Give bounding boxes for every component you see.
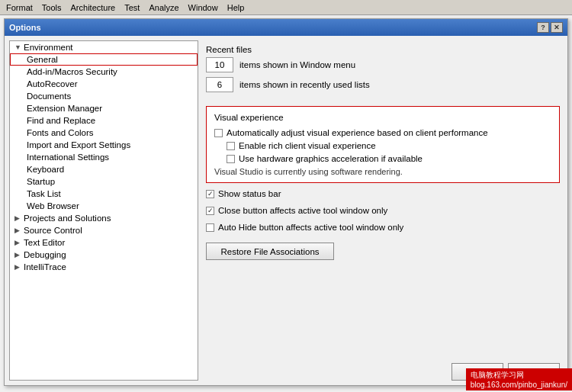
- help-button[interactable]: ?: [537, 22, 549, 33]
- checkbox-statusbar-label: Show status bar: [218, 189, 281, 198]
- dialog-title: Options: [9, 23, 41, 32]
- dialog-titlebar: Options ? ✕: [5, 19, 567, 36]
- menu-help[interactable]: Help: [223, 2, 249, 14]
- options-dialog: Options ? ✕ ▼ Environment General Add-in…: [4, 18, 568, 386]
- tree-importexport[interactable]: Import and Export Settings: [10, 139, 198, 151]
- tree-keyboard[interactable]: Keyboard: [10, 163, 198, 175]
- tree-documents-label: Documents: [27, 92, 71, 101]
- recently-used-count[interactable]: [206, 77, 233, 92]
- checkbox-statusbar[interactable]: [206, 190, 214, 198]
- visual-experience-title: Visual experience: [214, 113, 551, 122]
- tree-tasklist-label: Task List: [27, 189, 61, 198]
- checkbox-row-auto: Automatically adjust visual experience b…: [214, 128, 551, 137]
- close-button[interactable]: ✕: [551, 22, 563, 33]
- checkbox-auto[interactable]: [214, 129, 223, 137]
- tree-importexport-label: Import and Export Settings: [27, 140, 130, 149]
- tree-addin-label: Add-in/Macros Security: [27, 67, 117, 76]
- right-panel: Recent files items shown in Window menu …: [203, 40, 563, 381]
- tree-international[interactable]: International Settings: [10, 151, 198, 163]
- dialog-content: ▼ Environment General Add-in/Macros Secu…: [5, 36, 567, 385]
- restore-btn-label: Restore File Associations: [220, 247, 319, 256]
- rendering-note: Visual Studio is currently using softwar…: [214, 167, 551, 176]
- tree-findreplace[interactable]: Find and Replace: [10, 114, 198, 127]
- checkbox-closebtn-label: Close button affects active tool window …: [218, 206, 387, 215]
- tree-texteditor-label: Text Editor: [24, 238, 65, 247]
- checkbox-rich[interactable]: [227, 142, 235, 150]
- tree-general[interactable]: General: [10, 53, 198, 66]
- expand-icon-intellitrace: ▶: [14, 263, 22, 271]
- tree-projects-label: Projects and Solutions: [24, 214, 111, 223]
- tree-keyboard-label: Keyboard: [27, 165, 64, 174]
- tree-extension-label: Extension Manager: [27, 104, 102, 113]
- menu-window[interactable]: Window: [184, 2, 223, 14]
- watermark: 电脑教程学习网 blog.163.com/pinbo_jiankun/: [466, 368, 572, 390]
- tree-startup[interactable]: Startup: [10, 175, 198, 188]
- menu-test[interactable]: Test: [120, 2, 144, 14]
- checkbox-hardware-label: Use hardware graphics acceleration if av…: [239, 154, 423, 163]
- watermark-line2: blog.163.com/pinbo_jiankun/: [471, 381, 567, 389]
- expand-icon-text: ▶: [14, 239, 22, 246]
- tree-findreplace-label: Find and Replace: [27, 116, 95, 125]
- row2-label: items shown in recently used lists: [239, 80, 370, 89]
- menu-analyze[interactable]: Analyze: [144, 2, 183, 14]
- tree-intellitrace[interactable]: ▶ IntelliTrace: [10, 261, 198, 273]
- recent-files-section: Recent files items shown in Window menu …: [206, 42, 560, 100]
- menu-tools[interactable]: Tools: [37, 2, 66, 14]
- recent-files-row2: items shown in recently used lists: [206, 77, 560, 92]
- checkbox-hardware[interactable]: [227, 155, 235, 163]
- expand-icon-source: ▶: [14, 227, 22, 234]
- visual-experience-box: Visual experience Automatically adjust v…: [206, 106, 560, 183]
- tree-autorecover[interactable]: AutoRecover: [10, 78, 198, 90]
- checkbox-autohide-label: Auto Hide button affects active tool win…: [218, 223, 403, 232]
- tree-debugging[interactable]: ▶ Debugging: [10, 249, 198, 261]
- tree-texteditor[interactable]: ▶ Text Editor: [10, 236, 198, 249]
- checkbox-row-closebtn: Close button affects active tool window …: [206, 206, 560, 215]
- tree-startup-label: Startup: [27, 177, 55, 186]
- recent-files-row1: items shown in Window menu: [206, 57, 560, 72]
- tree-environment-label: Environment: [24, 43, 73, 52]
- tree-debugging-label: Debugging: [24, 250, 66, 259]
- tree-panel: ▼ Environment General Add-in/Macros Secu…: [9, 40, 198, 381]
- checkbox-closebtn[interactable]: [206, 207, 214, 215]
- checkbox-row-rich: Enable rich client visual experience: [214, 141, 551, 150]
- tree-environment[interactable]: ▼ Environment: [10, 41, 198, 53]
- tree-extension[interactable]: Extension Manager: [10, 102, 198, 114]
- tree-documents[interactable]: Documents: [10, 90, 198, 102]
- checkbox-row-autohide: Auto Hide button affects active tool win…: [206, 223, 560, 232]
- menubar: Format Tools Architecture Test Analyze W…: [0, 0, 572, 15]
- restore-file-assoc-button[interactable]: Restore File Associations: [206, 243, 334, 260]
- checkbox-autohide[interactable]: [206, 223, 214, 232]
- tree-autorecover-label: AutoRecover: [27, 79, 77, 88]
- tree-webbrowser-label: Web Browser: [27, 201, 79, 210]
- options-section: Show status bar Close button affects act…: [206, 189, 560, 260]
- checkbox-row-hardware: Use hardware graphics acceleration if av…: [214, 154, 551, 163]
- expand-icon: ▼: [14, 43, 22, 51]
- checkbox-auto-label: Automatically adjust visual experience b…: [227, 128, 488, 137]
- tree-international-label: International Settings: [27, 153, 109, 162]
- tree-sourcecontrol-label: Source Control: [24, 226, 82, 235]
- expand-icon-debug: ▶: [14, 251, 22, 259]
- checkbox-row-statusbar: Show status bar: [206, 189, 560, 198]
- expand-icon-projects: ▶: [14, 214, 22, 222]
- row1-label: items shown in Window menu: [239, 60, 355, 69]
- tree-tasklist[interactable]: Task List: [10, 188, 198, 200]
- tree-intellitrace-label: IntelliTrace: [24, 262, 66, 272]
- tree-webbrowser[interactable]: Web Browser: [10, 200, 198, 212]
- menu-architecture[interactable]: Architecture: [66, 2, 121, 14]
- menu-format[interactable]: Format: [2, 2, 37, 14]
- tree-fontscolors[interactable]: Fonts and Colors: [10, 127, 198, 139]
- checkbox-rich-label: Enable rich client visual experience: [239, 141, 376, 150]
- tree-projects[interactable]: ▶ Projects and Solutions: [10, 212, 198, 224]
- tree-general-label: General: [27, 55, 58, 64]
- watermark-line1: 电脑教程学习网: [471, 370, 567, 381]
- tree-fontscolors-label: Fonts and Colors: [27, 128, 94, 137]
- tree-sourcecontrol[interactable]: ▶ Source Control: [10, 224, 198, 236]
- recent-files-title: Recent files: [206, 45, 560, 54]
- tree-addin[interactable]: Add-in/Macros Security: [10, 66, 198, 78]
- window-menu-count[interactable]: [206, 57, 233, 72]
- titlebar-buttons: ? ✕: [537, 22, 563, 33]
